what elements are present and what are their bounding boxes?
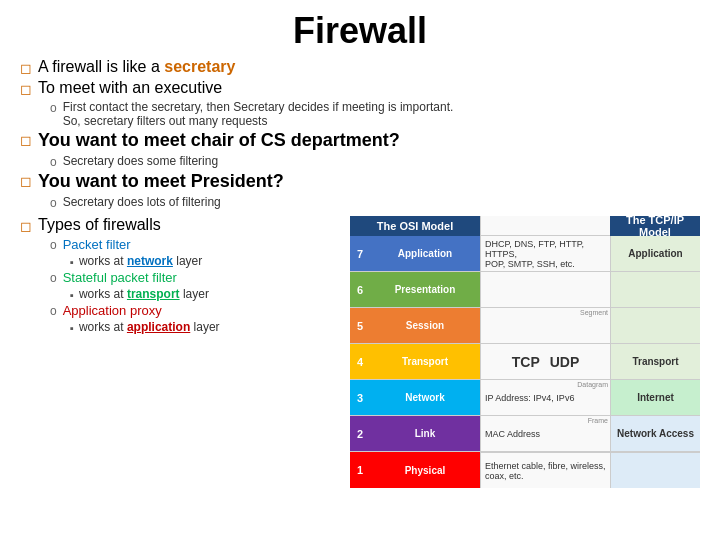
sub-bullet-text-sf: Stateful packet filter xyxy=(63,270,177,285)
sub-packet-filter: o Packet filter xyxy=(50,237,340,252)
osi-layer-6-block: 6 Presentation xyxy=(350,272,480,307)
transport-highlight: transport xyxy=(127,287,180,301)
osi-row-7: 7 Application DHCP, DNS, FTP, HTTP, HTTP… xyxy=(350,236,700,272)
sub-sub-application: ▪ works at application layer xyxy=(70,320,340,334)
layer-5-name: Session xyxy=(370,308,480,343)
osi-headers: The OSI Model The TCP/IP Model xyxy=(350,216,700,236)
bullet-text-2: To meet with an executive xyxy=(38,79,222,97)
sub-sub-text-t: works at transport layer xyxy=(79,287,209,301)
layer-3-tcpip: Internet xyxy=(610,380,700,415)
page-title: Firewall xyxy=(20,10,700,52)
layer-6-detail xyxy=(480,272,610,307)
osi-row-4: 4 Transport TCP UDP Transport xyxy=(350,344,700,380)
udp-label: UDP xyxy=(550,354,580,370)
sub-sub-network: ▪ works at network layer xyxy=(70,254,340,268)
bullet-icon-5: ◻ xyxy=(20,218,32,234)
layer-7-tcpip: Application xyxy=(610,236,700,271)
layer-4-num: 4 xyxy=(350,344,370,379)
frame-label: Frame xyxy=(588,417,608,424)
layer-7-num: 7 xyxy=(350,236,370,271)
osi-detail-header-empty xyxy=(480,216,610,236)
bullet-icon-2: ◻ xyxy=(20,81,32,97)
sub-bullet-lots-filtering: o Secretary does lots of filtering xyxy=(50,195,700,210)
bullet-icon-3: ◻ xyxy=(20,132,32,148)
bottom-section: ◻ Types of firewalls o Packet filter ▪ w… xyxy=(20,216,700,488)
sub-sub-icon-t: ▪ xyxy=(70,289,74,301)
sub-sub-icon-a: ▪ xyxy=(70,322,74,334)
osi-layer-3-block: 3 Network xyxy=(350,380,480,415)
sub-stateful: o Stateful packet filter xyxy=(50,270,340,285)
osi-layer-7-block: 7 Application xyxy=(350,236,480,271)
layer-7-detail: DHCP, DNS, FTP, HTTP, HTTPS,POP, SMTP, S… xyxy=(480,236,610,271)
sub-bullet-icon-pf: o xyxy=(50,238,57,252)
main-content: Firewall ◻ A firewall is like a secretar… xyxy=(0,0,720,540)
layer-5-num: 5 xyxy=(350,308,370,343)
osi-diagram: The OSI Model The TCP/IP Model 7 Applica… xyxy=(350,216,700,488)
layer-2-num: 2 xyxy=(350,416,370,451)
bullet-meet-executive: ◻ To meet with an executive xyxy=(20,79,700,97)
layer-7-name: Application xyxy=(370,236,480,271)
layer-1-name: Physical xyxy=(370,452,480,488)
segment-label: Segment xyxy=(580,309,608,316)
sub-app-proxy: o Application proxy xyxy=(50,303,340,318)
layer-2-name: Link xyxy=(370,416,480,451)
osi-model-header: The OSI Model xyxy=(350,216,480,236)
bullet-icon-1: ◻ xyxy=(20,60,32,76)
bullet-text-5: Types of firewalls xyxy=(38,216,161,234)
sub-sub-icon-n: ▪ xyxy=(70,256,74,268)
layer-1-detail: Ethernet cable, fibre, wireless, coax, e… xyxy=(480,452,610,488)
bullet-president: ◻ You want to meet President? xyxy=(20,171,700,192)
osi-row-1: 1 Physical Ethernet cable, fibre, wirele… xyxy=(350,452,700,488)
osi-row-5: 5 Session Segment xyxy=(350,308,700,344)
layer-3-detail: Datagram IP Address: IPv4, IPv6 xyxy=(480,380,610,415)
layer-4-tcpip: Transport xyxy=(610,344,700,379)
osi-layer-1-block: 1 Physical xyxy=(350,452,480,488)
layer-5-tcpip xyxy=(610,308,700,343)
layer-3-name: Network xyxy=(370,380,480,415)
bullet-firewall-secretary: ◻ A firewall is like a secretary xyxy=(20,58,700,76)
sub-bullet-icon-1: o xyxy=(50,101,57,115)
osi-layer-2-block: 2 Link xyxy=(350,416,480,451)
bullet-text-3: You want to meet chair of CS department? xyxy=(38,130,400,151)
sub-bullet-text-2: Secretary does some filtering xyxy=(63,154,218,168)
layer-1-tcpip xyxy=(610,452,700,488)
sub-bullet-text-pf: Packet filter xyxy=(63,237,131,252)
osi-layer-4-block: 4 Transport xyxy=(350,344,480,379)
sub-bullet-icon-2: o xyxy=(50,155,57,169)
application-highlight: application xyxy=(127,320,190,334)
firewalls-section: ◻ Types of firewalls o Packet filter ▪ w… xyxy=(20,216,340,488)
secretary-highlight: secretary xyxy=(164,58,235,75)
osi-row-3: 3 Network Datagram IP Address: IPv4, IPv… xyxy=(350,380,700,416)
layer-4-name: Transport xyxy=(370,344,480,379)
tcp-label: TCP xyxy=(512,354,540,370)
layer-6-num: 6 xyxy=(350,272,370,307)
layer-5-detail: Segment xyxy=(480,308,610,343)
sub-bullet-text-ap: Application proxy xyxy=(63,303,162,318)
bullet-icon-4: ◻ xyxy=(20,173,32,189)
bullet-text-4: You want to meet President? xyxy=(38,171,284,192)
layer-4-tcp-udp: TCP UDP xyxy=(480,344,610,379)
layer-3-num: 3 xyxy=(350,380,370,415)
osi-row-2: 2 Link Frame MAC Address Network Access xyxy=(350,416,700,452)
sub-sub-text-n: works at network layer xyxy=(79,254,202,268)
layer-6-name: Presentation xyxy=(370,272,480,307)
osi-row-6: 6 Presentation xyxy=(350,272,700,308)
sub-bullet-some-filtering: o Secretary does some filtering xyxy=(50,154,700,169)
tcpip-model-header: The TCP/IP Model xyxy=(610,216,700,236)
sub-bullet-icon-3: o xyxy=(50,196,57,210)
sub-bullet-icon-ap: o xyxy=(50,304,57,318)
bullet-types: ◻ Types of firewalls xyxy=(20,216,340,234)
sub-bullet-text-3: Secretary does lots of filtering xyxy=(63,195,221,209)
bullet-text-1: A firewall is like a secretary xyxy=(38,58,235,76)
sub-bullet-secretary-1: o First contact the secretary, then Secr… xyxy=(50,100,700,128)
sub-sub-transport: ▪ works at transport layer xyxy=(70,287,340,301)
sub-bullet-icon-sf: o xyxy=(50,271,57,285)
layer-2-detail: Frame MAC Address xyxy=(480,416,610,451)
sub-bullet-text-1: First contact the secretary, then Secret… xyxy=(63,100,454,128)
layer-1-num: 1 xyxy=(350,452,370,488)
sub-sub-text-a: works at application layer xyxy=(79,320,220,334)
datagram-label: Datagram xyxy=(577,381,608,388)
layer-6-tcpip xyxy=(610,272,700,307)
network-highlight: network xyxy=(127,254,173,268)
bullet-chair-cs: ◻ You want to meet chair of CS departmen… xyxy=(20,130,700,151)
